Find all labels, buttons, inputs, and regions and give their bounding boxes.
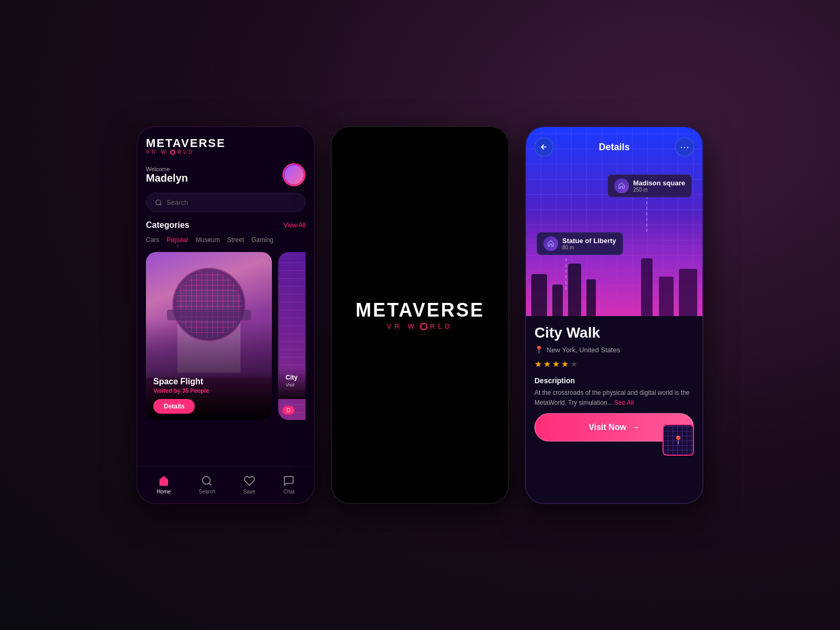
category-tabs: Cars Popular Museum Street Gaming (146, 236, 306, 244)
logo-o-icon (170, 150, 175, 155)
star-3: ★ (552, 359, 560, 369)
see-all-link[interactable]: See All (614, 399, 634, 406)
star-2: ★ (543, 359, 551, 369)
nav-search[interactable]: Search (198, 475, 215, 495)
logo-main: METAVERSE (146, 138, 306, 149)
welcome-row: Welcome Madelyn (146, 163, 306, 186)
star-4: ★ (561, 359, 569, 369)
bottom-nav: Home Search Save Chat (138, 466, 314, 503)
user-name: Madelyn (146, 172, 188, 184)
svg-point-0 (156, 200, 161, 204)
home-icon (158, 475, 170, 487)
logo-sub-after: RLD (177, 149, 194, 155)
back-button[interactable] (534, 138, 553, 156)
badge-liberty-icon (543, 236, 558, 251)
splash-sub-after: RLD (430, 322, 453, 330)
card-subtitle: Visited by 35 People (153, 387, 265, 394)
pin-icon: 📍 (534, 345, 543, 354)
categories-title: Categories (146, 220, 190, 230)
secondary-card-title: City (286, 374, 306, 381)
back-icon (540, 143, 548, 151)
tab-cars[interactable]: Cars (146, 236, 159, 244)
search-bar[interactable]: Search (146, 193, 306, 212)
dotted-line-2 (565, 258, 566, 290)
badge-liberty-name: Statue of Liberty (562, 237, 616, 245)
splash-logo: METAVERSE VR W RLD (355, 300, 485, 331)
nav-home-label: Home (157, 489, 171, 495)
tab-gaming[interactable]: Gaming (251, 236, 274, 244)
visit-btn-label: Visit Now (589, 423, 626, 432)
secondary-card-btn[interactable]: D (282, 406, 295, 415)
tab-museum[interactable]: Museum (196, 236, 220, 244)
details-header: Details ⋯ Madison square 250 m (526, 127, 702, 316)
nav-chat[interactable]: Chat (283, 475, 295, 495)
phone-details: Details ⋯ Madison square 250 m (525, 126, 704, 504)
card-title: Space Flight (153, 377, 265, 386)
location-text: New York, United States (547, 346, 620, 354)
nav-save[interactable]: Save (243, 475, 255, 495)
greeting-label: Welcome (146, 166, 188, 172)
avatar[interactable] (282, 163, 306, 186)
nav-search-label: Search (198, 489, 215, 495)
tab-popular[interactable]: Popular (166, 236, 188, 244)
nav-chat-label: Chat (284, 489, 295, 495)
logo-area: METAVERSE VR W RLD (146, 138, 306, 155)
mini-map: 📍 (663, 424, 694, 456)
details-body: City Walk 📍 New York, United States ★ ★ … (526, 316, 702, 503)
card-info: Space Flight Visited by 35 People Detail… (146, 371, 272, 420)
mini-map-pin-icon: 📍 (673, 435, 684, 445)
avatar-image (285, 165, 303, 184)
details-top-bar: Details ⋯ (526, 127, 702, 156)
card-city[interactable]: City Visit D (278, 252, 306, 420)
more-icon: ⋯ (680, 141, 690, 153)
badge-liberty: Statue of Liberty 80 m (537, 232, 623, 255)
heart-icon (244, 475, 255, 487)
svg-marker-2 (619, 183, 625, 188)
description-text: At the crossroads of the physical and di… (534, 388, 694, 408)
badge-madison-dist: 250 m (633, 187, 685, 193)
buildings (526, 253, 702, 316)
logo-sub-before: VR W (146, 149, 168, 155)
details-page-title: Details (598, 142, 629, 153)
card-space-flight[interactable]: Space Flight Visited by 35 People Detail… (146, 252, 272, 420)
badge-madison: Madison square 250 m (607, 174, 692, 197)
search-nav-icon (201, 475, 213, 487)
categories-header: Categories View All (146, 220, 306, 230)
phone-splash: METAVERSE VR W RLD (331, 126, 509, 504)
secondary-card-info: City Visit (278, 368, 306, 399)
details-button[interactable]: Details (153, 399, 195, 414)
view-all-link[interactable]: View All (284, 222, 306, 229)
svg-marker-3 (548, 240, 554, 246)
secondary-card-subtitle: Visit (286, 382, 306, 387)
star-5: ★ (570, 359, 578, 369)
more-button[interactable]: ⋯ (675, 138, 694, 156)
cards-row: Space Flight Visited by 35 People Detail… (146, 252, 306, 420)
splash-sub: VR W RLD (355, 322, 485, 330)
star-rating: ★ ★ ★ ★ ★ (534, 359, 694, 369)
nav-save-label: Save (243, 489, 255, 495)
description-title: Description (534, 376, 694, 385)
splash-sub-before: VR W (387, 322, 417, 330)
phone-home: METAVERSE VR W RLD Welcome Madelyn Searc… (136, 126, 315, 504)
place-location: 📍 New York, United States (534, 345, 694, 354)
place-title: City Walk (534, 324, 694, 341)
search-placeholder: Search (166, 198, 188, 206)
visit-arrow-icon: → (632, 423, 640, 432)
splash-o-icon (420, 323, 427, 330)
nav-home[interactable]: Home (157, 475, 171, 495)
badge-madison-icon (614, 178, 629, 193)
search-icon (155, 199, 162, 206)
splash-title: METAVERSE (355, 300, 485, 321)
chat-icon (283, 475, 295, 487)
badge-madison-name: Madison square (633, 179, 685, 187)
star-1: ★ (534, 359, 542, 369)
badge-liberty-dist: 80 m (562, 245, 616, 250)
tab-street[interactable]: Street (227, 236, 244, 244)
logo-sub: VR W RLD (146, 149, 306, 155)
svg-point-1 (203, 477, 211, 485)
